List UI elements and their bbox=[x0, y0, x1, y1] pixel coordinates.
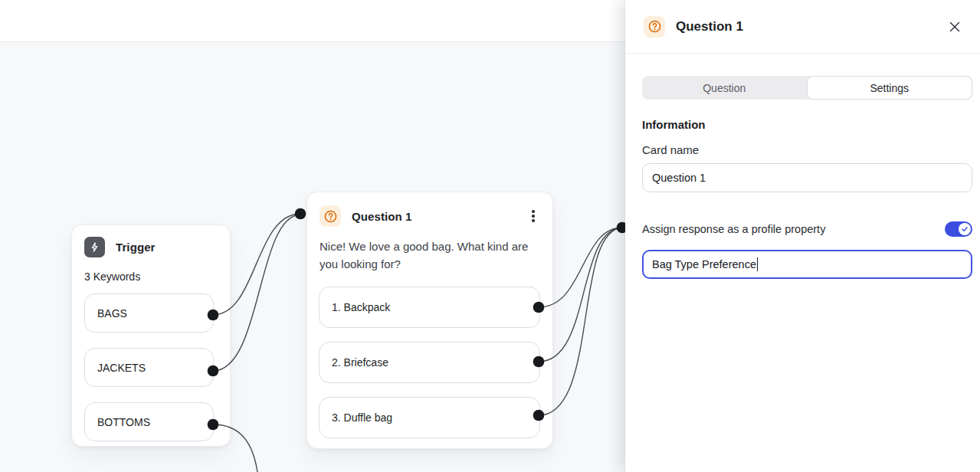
assign-profile-property-label: Assign response as a profile property bbox=[642, 223, 825, 235]
tab-settings[interactable]: Settings bbox=[807, 76, 973, 100]
kebab-menu-icon[interactable] bbox=[526, 208, 540, 225]
option-pill-briefcase[interactable]: 2. Briefcase bbox=[319, 342, 540, 383]
question-help-icon bbox=[644, 16, 665, 38]
panel-title: Question 1 bbox=[676, 19, 946, 34]
assign-profile-property-toggle[interactable] bbox=[945, 221, 972, 237]
keyword-pill-bags[interactable]: BAGS bbox=[84, 293, 214, 333]
question-node-body: Nice! We love a good bag. What kind are … bbox=[307, 238, 546, 273]
option-pill-backpack[interactable]: 1. Backpack bbox=[319, 287, 540, 328]
tab-question[interactable]: Question bbox=[642, 76, 807, 100]
option-pill-duffle-bag[interactable]: 3. Duffle bag bbox=[319, 397, 540, 438]
tab-group: Question Settings bbox=[642, 76, 972, 100]
question-node[interactable]: Question 1 Nice! We love a good bag. Wha… bbox=[306, 192, 553, 449]
card-name-input[interactable] bbox=[642, 163, 972, 192]
port-dot-offscreen-target[interactable] bbox=[617, 222, 625, 234]
trigger-node-title: Trigger bbox=[116, 241, 218, 254]
keyword-pill-bottoms[interactable]: BOTTOMS bbox=[84, 402, 214, 441]
profile-property-input[interactable]: Bag Type Preference bbox=[642, 250, 972, 279]
close-icon[interactable] bbox=[946, 18, 964, 36]
toggle-knob-check-icon bbox=[959, 223, 971, 235]
card-name-label: Card name bbox=[642, 143, 972, 156]
question-help-icon bbox=[320, 205, 341, 227]
information-section-title: Information bbox=[642, 118, 972, 131]
trigger-node[interactable]: Trigger 3 Keywords BAGS JACKETS BOTTOMS bbox=[71, 225, 231, 447]
top-bar bbox=[0, 0, 625, 42]
flow-canvas[interactable]: Trigger 3 Keywords BAGS JACKETS BOTTOMS … bbox=[0, 0, 625, 472]
question-node-title: Question 1 bbox=[352, 210, 516, 223]
keyword-pill-jackets[interactable]: JACKETS bbox=[84, 348, 214, 387]
lightning-icon bbox=[84, 237, 105, 257]
profile-property-value: Bag Type Preference bbox=[652, 258, 756, 270]
text-caret bbox=[757, 257, 759, 271]
port-dot-question1-input[interactable] bbox=[295, 208, 306, 220]
settings-panel: Question 1 Question Settings Information… bbox=[625, 0, 980, 472]
panel-header: Question 1 bbox=[625, 0, 980, 54]
